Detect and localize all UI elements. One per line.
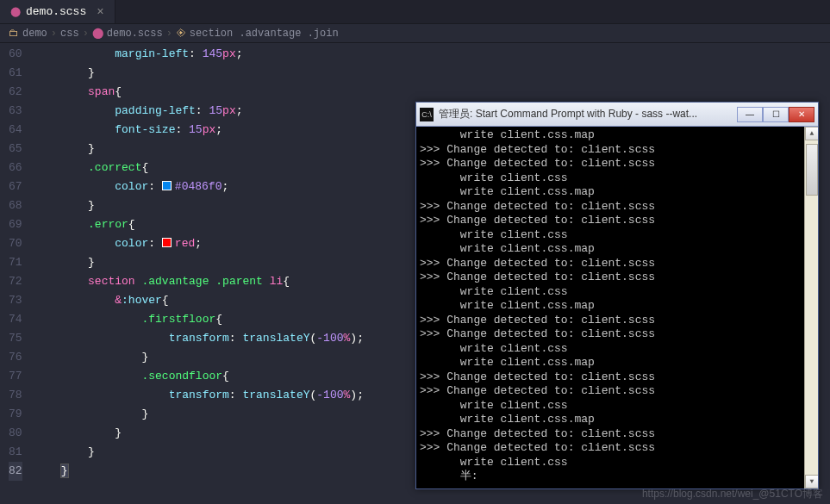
- color-swatch: [162, 238, 172, 247]
- line-number: 72: [9, 272, 22, 291]
- window-titlebar[interactable]: C:\ 管理员: Start Command Prompt with Ruby …: [416, 103, 818, 127]
- line-number: 66: [9, 159, 22, 177]
- chevron-right-icon: ›: [83, 28, 89, 40]
- breadcrumb: 🗀 demo › css › ⬤ demo.scss › 🞚 section .…: [0, 24, 830, 43]
- close-button[interactable]: ✕: [789, 107, 814, 122]
- color-swatch: [162, 181, 172, 190]
- chevron-right-icon: ›: [166, 28, 172, 40]
- scss-file-icon: ⬤: [92, 27, 103, 40]
- code-line[interactable]: }: [34, 64, 830, 83]
- line-number: 65: [9, 140, 22, 159]
- line-number: 64: [9, 121, 22, 140]
- line-number: 67: [9, 177, 22, 196]
- tab-demo-scss[interactable]: ⬤ demo.scss ×: [0, 0, 115, 23]
- line-number: 80: [9, 424, 22, 443]
- line-number: 68: [9, 196, 22, 215]
- line-number: 75: [9, 329, 22, 348]
- breadcrumb-part[interactable]: demo.scss: [107, 28, 163, 40]
- line-number: 71: [9, 253, 22, 272]
- line-number: 63: [9, 102, 22, 121]
- breadcrumb-part[interactable]: css: [60, 28, 79, 40]
- scroll-thumb[interactable]: [806, 144, 818, 196]
- chevron-right-icon: ›: [51, 28, 57, 40]
- code-line[interactable]: span{: [34, 83, 830, 102]
- maximize-button[interactable]: ☐: [763, 107, 789, 122]
- console-icon: C:\: [420, 108, 434, 121]
- line-number-gutter: 6061626364656667686970717273747576777879…: [0, 43, 34, 504]
- command-prompt-window[interactable]: C:\ 管理员: Start Command Prompt with Ruby …: [415, 102, 819, 489]
- line-number: 60: [9, 45, 22, 64]
- line-number: 78: [9, 386, 22, 405]
- console-output[interactable]: write client.css.map >>> Change detected…: [416, 127, 818, 488]
- window-title: 管理员: Start Command Prompt with Ruby - sa…: [439, 107, 737, 121]
- line-number: 70: [9, 234, 22, 253]
- line-number: 81: [9, 443, 22, 462]
- scss-file-icon: ⬤: [10, 6, 21, 17]
- line-number: 73: [9, 291, 22, 310]
- line-number: 69: [9, 215, 22, 234]
- watermark: https://blog.csdn.net/wei_@51CTO博客: [642, 487, 823, 501]
- line-number: 79: [9, 405, 22, 424]
- line-number: 61: [9, 64, 22, 83]
- line-number: 62: [9, 83, 22, 102]
- folder-icon: 🗀: [9, 27, 19, 40]
- code-line[interactable]: margin-left: 145px;: [34, 45, 830, 64]
- symbol-icon: 🞚: [176, 27, 186, 40]
- scrollbar[interactable]: ▲ ▼: [804, 127, 818, 488]
- line-number: 77: [9, 367, 22, 386]
- minimize-button[interactable]: —: [737, 107, 763, 122]
- close-icon[interactable]: ×: [97, 5, 103, 19]
- tab-label: demo.scss: [26, 5, 86, 18]
- breadcrumb-part[interactable]: demo: [22, 28, 47, 40]
- line-number: 76: [9, 348, 22, 367]
- scroll-up-button[interactable]: ▲: [805, 127, 818, 140]
- line-number: 74: [9, 310, 22, 329]
- breadcrumb-part[interactable]: section .advantage .join: [190, 28, 339, 40]
- console-text: write client.css.map >>> Change detected…: [420, 128, 814, 484]
- tab-bar: ⬤ demo.scss ×: [0, 0, 830, 24]
- line-number: 82: [9, 462, 22, 481]
